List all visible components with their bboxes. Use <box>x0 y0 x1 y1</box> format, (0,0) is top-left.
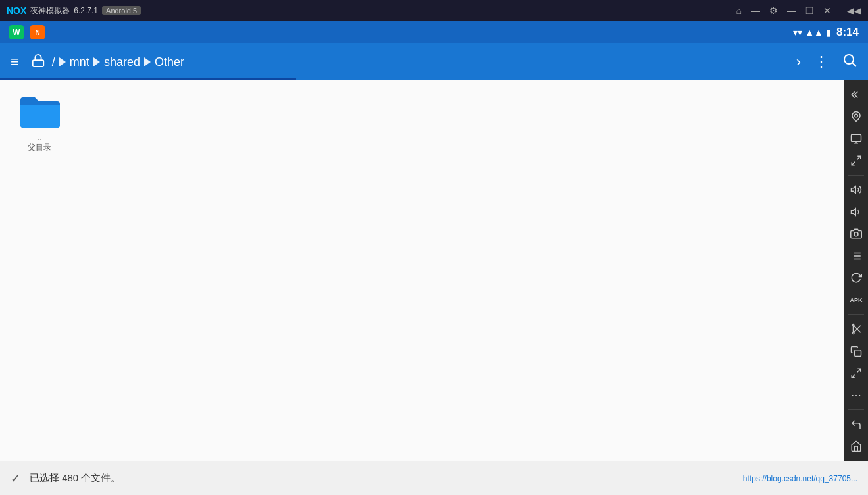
lock-icon[interactable] <box>31 53 45 71</box>
breadcrumb-other[interactable]: Other <box>155 55 184 69</box>
check-icon: ✓ <box>11 471 20 486</box>
toolbar-chevron-icon[interactable]: › <box>796 53 801 70</box>
close-button[interactable]: ✕ <box>823 5 831 16</box>
android-status-bar: W N ▾▾ ▲▲ ▮ 8:14 <box>0 21 868 43</box>
sidebar-rotate-icon[interactable] <box>846 269 866 287</box>
breadcrumb-shared[interactable]: shared <box>104 55 140 69</box>
sidebar-more-icon[interactable]: ⋯ <box>846 386 866 404</box>
clock: 8:14 <box>836 26 859 39</box>
settings-button[interactable]: ⚙ <box>769 5 778 16</box>
svg-rect-23 <box>855 350 861 356</box>
sidebar-divider-3 <box>848 409 864 410</box>
svg-point-11 <box>854 232 858 236</box>
signal-icon: ▲▲ <box>805 27 823 38</box>
right-sidebar: APK ⋯ <box>844 80 868 461</box>
svg-line-7 <box>857 156 861 159</box>
file-item-parent-label: 父目录 <box>28 142 51 153</box>
minimize-button[interactable]: — <box>751 5 760 16</box>
wifi-icon: ▾▾ <box>793 27 802 38</box>
sidebar-apk-icon[interactable]: APK <box>846 291 866 309</box>
wechat-icon[interactable]: W <box>9 25 24 39</box>
restore-button[interactable]: ❑ <box>805 5 814 16</box>
app2-icon[interactable]: N <box>30 25 45 39</box>
breadcrumb: / mnt shared Other <box>52 55 790 69</box>
main-area: .. 父目录 APK <box>0 80 868 461</box>
sidebar-copy-icon[interactable] <box>846 342 866 360</box>
sidebar-screen-icon[interactable] <box>846 130 866 147</box>
sidebar-undo-icon[interactable] <box>846 415 866 433</box>
svg-rect-0 <box>33 60 44 66</box>
svg-line-25 <box>852 375 855 378</box>
svg-point-1 <box>844 55 854 64</box>
version-text: 6.2.7.1 <box>74 6 98 15</box>
link-text[interactable]: https://blog.csdn.net/qq_37705... <box>743 474 857 483</box>
sidebar-list-icon[interactable] <box>846 247 866 265</box>
svg-marker-10 <box>852 209 856 216</box>
home-button[interactable]: ⌂ <box>736 5 742 16</box>
title-bar: NOX 夜神模拟器 6.2.7.1 Android 5 ⌂ — ⚙ — ❑ ✕ … <box>0 0 868 21</box>
sidebar-home-icon[interactable] <box>846 438 866 456</box>
android-apps: W N <box>9 25 45 39</box>
sidebar-cut-icon[interactable] <box>846 320 866 338</box>
svg-point-3 <box>855 114 858 117</box>
sidebar-expand-icon[interactable] <box>846 364 866 382</box>
sidebar-divider-2 <box>848 314 864 315</box>
sidebar-volume-up-icon[interactable] <box>846 181 866 199</box>
folder-icon <box>16 93 63 130</box>
back-forward-button[interactable]: ◀◀ <box>847 5 861 16</box>
breadcrumb-arrow-1 <box>59 57 66 66</box>
toolbar-more-icon[interactable]: ⋮ <box>814 53 829 70</box>
app-name: 夜神模拟器 <box>30 5 70 16</box>
file-item-dotdot: .. <box>38 133 42 142</box>
sidebar-back-icon[interactable] <box>846 86 866 103</box>
sidebar-volume-down-icon[interactable] <box>846 203 866 221</box>
app-logo: NOX 夜神模拟器 6.2.7.1 Android 5 <box>7 5 141 16</box>
sidebar-location-icon[interactable] <box>846 107 866 125</box>
list-item[interactable]: .. 父目录 <box>13 93 66 153</box>
svg-marker-9 <box>852 186 856 194</box>
breadcrumb-arrow-3 <box>144 57 151 66</box>
android-version-badge: Android 5 <box>102 6 141 15</box>
breadcrumb-root[interactable]: / <box>52 55 55 69</box>
svg-rect-4 <box>852 134 861 142</box>
svg-line-8 <box>852 162 855 165</box>
svg-line-2 <box>853 63 857 67</box>
nox-logo-text: NOX <box>7 5 26 16</box>
toolbar-right: › ⋮ <box>796 52 857 72</box>
window-minimize-button[interactable]: — <box>787 5 796 16</box>
svg-line-24 <box>857 369 861 372</box>
android-status-right: ▾▾ ▲▲ ▮ 8:14 <box>793 26 859 39</box>
status-text: 已选择 480 个文件。 <box>30 472 734 484</box>
battery-icon: ▮ <box>826 27 831 38</box>
status-icons: ▾▾ ▲▲ ▮ <box>793 27 831 38</box>
file-toolbar: ≡ / mnt shared Other › ⋮ <box>0 43 868 80</box>
sidebar-screenshot-icon[interactable] <box>846 225 866 243</box>
bottom-bar: ✓ 已选择 480 个文件。 https://blog.csdn.net/qq_… <box>0 461 868 495</box>
hamburger-menu-icon[interactable]: ≡ <box>11 53 19 70</box>
sidebar-resize-icon[interactable] <box>846 151 866 169</box>
sidebar-divider-1 <box>848 175 864 176</box>
file-content: .. 父目录 <box>0 80 844 461</box>
toolbar-search-icon[interactable] <box>842 52 857 72</box>
breadcrumb-mnt[interactable]: mnt <box>70 55 89 69</box>
breadcrumb-arrow-2 <box>93 57 100 66</box>
toolbar-underline <box>0 78 296 80</box>
title-bar-controls: ⌂ — ⚙ — ❑ ✕ ◀◀ <box>736 5 861 16</box>
